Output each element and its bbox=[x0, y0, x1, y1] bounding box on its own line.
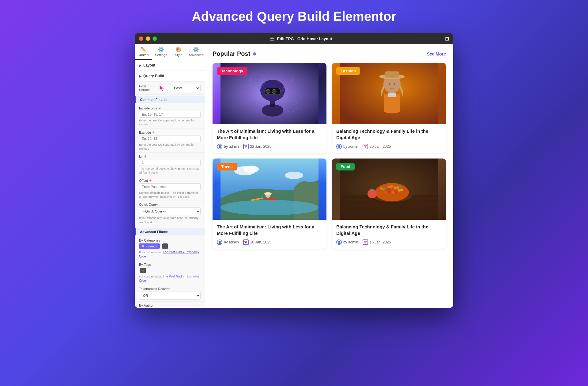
add-category-button[interactable]: + bbox=[162, 243, 168, 249]
post-card-4: Food Balancing Technology & Family Life … bbox=[332, 159, 446, 249]
browser-titlebar: ☰ Edit TPG - Grid Hover Layout ⊞ bbox=[135, 33, 453, 44]
exclude-row: Exclude ✳ Enter the post IDs separated b… bbox=[135, 129, 205, 153]
svg-point-29 bbox=[264, 192, 272, 195]
author-icon-3: 👤 bbox=[217, 239, 222, 245]
category-badge-4: Food bbox=[336, 163, 355, 170]
add-tag-button[interactable]: + bbox=[140, 268, 146, 273]
popular-post-title: Popular Post bbox=[213, 50, 250, 57]
layout-arrow-icon: ▶ bbox=[139, 64, 141, 67]
offset-hint: Number of posts to skip. The offset para… bbox=[139, 191, 201, 199]
minimize-dot[interactable] bbox=[146, 36, 150, 41]
post-meta-3: 👤 by admin 📅 18 Jan, 2025 bbox=[217, 239, 322, 245]
exclude-asterisk: ✳ bbox=[152, 131, 155, 134]
tag-x-icon[interactable]: ✕ bbox=[141, 244, 144, 248]
see-more-link[interactable]: See More bbox=[427, 52, 446, 56]
browser-title: Edit TPG - Grid Hover Layout bbox=[277, 36, 332, 41]
svg-point-9 bbox=[262, 104, 283, 117]
post-image-tech: Technology bbox=[213, 63, 326, 124]
calendar-icon-1: 📅 bbox=[243, 144, 249, 149]
panel-tabs: ✏️ Content ⚙️ Settings 🎨 Style ⚙️ Advanc… bbox=[135, 44, 205, 60]
tab-style[interactable]: 🎨 Style bbox=[170, 44, 187, 60]
exclude-label: Exclude bbox=[139, 131, 151, 134]
quick-query-select[interactable]: --Quick Query-- bbox=[139, 207, 201, 215]
tab-advanced[interactable]: ⚙️ Advanced bbox=[187, 44, 205, 60]
maximize-dot[interactable] bbox=[153, 36, 157, 41]
content-tab-icon: ✏️ bbox=[141, 47, 147, 52]
layout-section-header[interactable]: ▶ Layout bbox=[135, 60, 205, 71]
taxonomy-order-link[interactable]: The Post Grid > Taxonomy Order bbox=[139, 250, 199, 258]
category-badge-2: Fashion bbox=[336, 67, 360, 75]
author-name-3: by admin bbox=[224, 240, 239, 244]
tab-settings[interactable]: ⚙️ Settings bbox=[152, 44, 170, 60]
tab-advanced-label: Advanced bbox=[189, 53, 204, 57]
popular-dot bbox=[253, 52, 256, 55]
author-name-2: by admin bbox=[343, 144, 358, 149]
post-meta-2: 👤 by admin 📅 20 Jan, 2025 bbox=[336, 144, 442, 149]
tags-taxonomy-order-link[interactable]: The Post Grid > Taxonomy Order bbox=[139, 275, 199, 282]
author-icon-1: 👤 bbox=[217, 144, 222, 149]
svg-point-5 bbox=[272, 89, 276, 94]
post-title-1: The Art of Minimalism: Living with Less … bbox=[217, 128, 322, 141]
exclude-input[interactable] bbox=[139, 135, 201, 142]
close-dot[interactable] bbox=[139, 36, 143, 41]
post-meta-1: 👤 by admin 📅 22 Jan, 2025 bbox=[217, 144, 322, 149]
quick-query-hint: If you choose any value from here the or… bbox=[139, 216, 201, 224]
post-title-4: Balancing Technology & Family Life in th… bbox=[336, 224, 442, 236]
svg-rect-7 bbox=[264, 90, 268, 91]
post-card-2: Fashion Balancing Technology & Family Li… bbox=[332, 63, 446, 153]
post-author-3: 👤 by admin bbox=[217, 239, 239, 245]
author-icon-2: 👤 bbox=[336, 144, 342, 149]
svg-point-25 bbox=[221, 200, 318, 215]
author-icon-4: 👤 bbox=[336, 239, 342, 245]
post-title-2: Balancing Technology & Family Life in th… bbox=[336, 128, 442, 141]
posts-grid: Technology The Art of Minimalism: Living… bbox=[213, 63, 446, 249]
popular-header: Popular Post See More bbox=[213, 50, 446, 57]
date-text-4: 16 Jan, 2025 bbox=[370, 240, 391, 244]
calendar-icon-2: 📅 bbox=[363, 144, 368, 149]
advanced-filters-label: Advanced Filters: bbox=[135, 228, 205, 235]
query-build-section-header[interactable]: ▶ Query Build bbox=[135, 71, 205, 82]
finance-tag-label: Finance bbox=[145, 244, 157, 248]
include-asterisk: ✳ bbox=[158, 107, 161, 110]
post-title-3: The Art of Minimalism: Living with Less … bbox=[217, 224, 322, 236]
quick-query-label: Quick Query bbox=[139, 203, 158, 206]
include-only-hint: Enter the post IDs separated by comma fo… bbox=[139, 118, 201, 127]
svg-point-47 bbox=[383, 187, 386, 190]
exclude-hint: Enter the post IDs separated by comma fo… bbox=[139, 143, 201, 151]
taxonomies-relation-select[interactable]: OR bbox=[139, 292, 201, 300]
popular-line bbox=[259, 54, 423, 54]
finance-tag: ✕ Finance bbox=[139, 243, 160, 249]
limit-hint: The number of posts to show. Enter -1 to… bbox=[139, 166, 201, 175]
author-name-1: by admin bbox=[224, 144, 239, 149]
svg-rect-17 bbox=[385, 71, 399, 78]
by-author-label: By Author bbox=[139, 304, 154, 307]
by-categories-label: By Categories bbox=[139, 239, 160, 242]
by-categories-row: By Categories ✕ Finance + For custom ord… bbox=[135, 237, 205, 261]
calendar-icon-4: 📅 bbox=[363, 239, 368, 245]
category-badge-3: Travel bbox=[217, 163, 237, 170]
post-date-3: 📅 18 Jan, 2025 bbox=[243, 239, 271, 245]
include-only-label: Include only bbox=[139, 106, 157, 110]
post-source-group: Post Source Posts bbox=[135, 82, 205, 95]
svg-rect-46 bbox=[371, 189, 373, 192]
by-author-row: By Author + bbox=[135, 302, 205, 308]
author-name-4: by admin bbox=[343, 240, 358, 244]
offset-input[interactable] bbox=[139, 183, 201, 190]
post-source-select[interactable]: Posts bbox=[170, 84, 201, 92]
app-container: ✏️ Content ⚙️ Settings 🎨 Style ⚙️ Advanc… bbox=[135, 44, 453, 308]
tab-content[interactable]: ✏️ Content bbox=[135, 44, 152, 60]
query-build-section-label: Query Build bbox=[143, 74, 164, 78]
query-arrow-icon: ▶ bbox=[139, 75, 141, 78]
layout-section-label: Layout bbox=[143, 63, 155, 67]
svg-point-43 bbox=[386, 188, 391, 193]
svg-marker-0 bbox=[160, 85, 164, 91]
browser-window: ☰ Edit TPG - Grid Hover Layout ⊞ ✏️ Cont… bbox=[135, 33, 453, 308]
style-tab-icon: 🎨 bbox=[175, 47, 182, 52]
taxonomies-relation-label: Taxonomies Relation bbox=[139, 287, 170, 291]
post-author-4: 👤 by admin bbox=[336, 239, 358, 245]
include-only-input[interactable] bbox=[139, 111, 201, 118]
by-tags-label: By Tags bbox=[139, 263, 151, 266]
limit-input[interactable] bbox=[139, 159, 201, 166]
offset-label: Offset bbox=[139, 179, 148, 182]
date-text-2: 20 Jan, 2025 bbox=[370, 144, 391, 149]
